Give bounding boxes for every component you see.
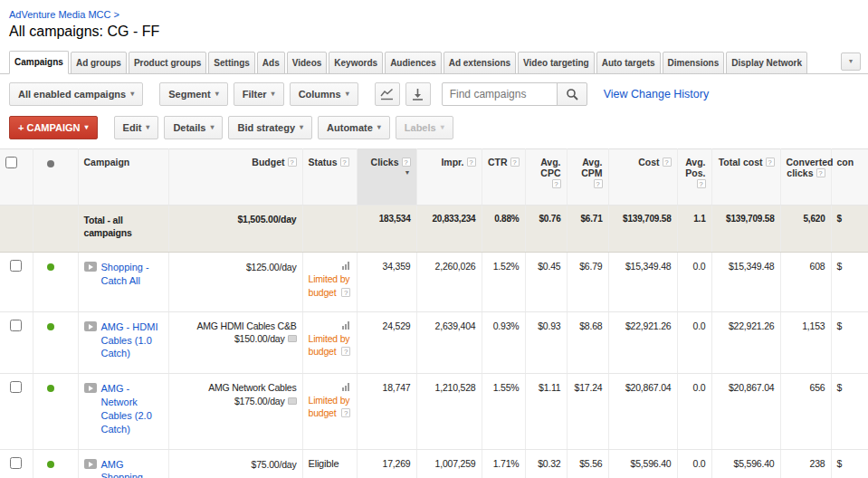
campaign-row: Shopping - Catch All$125.00/dayLimited b…	[0, 253, 868, 311]
view-change-history-link[interactable]: View Change History	[604, 88, 710, 100]
budget-cell: AMG Network Cables$175.00/day	[168, 374, 302, 449]
column-header-converted-clicks[interactable]: Converted clicks?	[780, 149, 831, 206]
column-header-budget[interactable]: Budget?	[168, 149, 302, 206]
enabled-status-dot[interactable]	[47, 385, 54, 392]
bid-strategy-button[interactable]: Bid strategy ▾	[228, 116, 312, 139]
column-header-ctr[interactable]: CTR?	[482, 149, 525, 206]
tab-ad-extensions[interactable]: Ad extensions	[444, 52, 516, 74]
budget-bar-chart-icon[interactable]	[342, 383, 349, 391]
chart-button[interactable]	[375, 82, 400, 106]
tab-display-network[interactable]: Display Network	[726, 52, 807, 74]
tab-auto-targets[interactable]: Auto targets	[596, 52, 661, 74]
campaign-link[interactable]: Shopping - Catch All	[101, 261, 163, 288]
new-campaign-label: + CAMPAIGN	[18, 122, 81, 133]
total-label: Total - all campaigns	[78, 206, 168, 253]
help-icon[interactable]: ?	[467, 158, 476, 167]
campaign-row: AMG - Network Cables (2.0 Catch)AMG Netw…	[0, 374, 868, 449]
tab-settings[interactable]: Settings	[208, 52, 254, 74]
column-header-impr[interactable]: Impr.?	[416, 149, 482, 206]
campaign-link[interactable]: AMG Shopping - TV Mounts	[101, 458, 163, 478]
metric-avg-cpm: $5.56	[567, 449, 608, 478]
tab-product-groups[interactable]: Product groups	[129, 52, 206, 74]
enabled-status-dot[interactable]	[47, 263, 54, 271]
help-icon[interactable]: ?	[341, 408, 350, 417]
campaign-link[interactable]: AMG - Network Cables (2.0 Catch)	[101, 382, 163, 435]
caret-down-icon: ▾	[146, 124, 149, 131]
total-ctr: 0.88%	[482, 206, 525, 253]
help-icon[interactable]: ?	[766, 158, 775, 167]
help-icon[interactable]: ?	[402, 158, 411, 167]
column-header-total-cost[interactable]: Total cost?	[711, 149, 780, 206]
column-header-campaign[interactable]: Campaign	[78, 149, 168, 206]
search-button[interactable]	[557, 82, 587, 106]
row-checkbox[interactable]	[10, 260, 22, 272]
metric-avg-pos: 0.0	[677, 253, 711, 311]
campaign-cell: AMG - HDMI Cables (1.0 Catch)	[78, 311, 168, 374]
metric-avg-cpc: $1.11	[525, 374, 567, 449]
tab-campaigns[interactable]: Campaigns	[9, 51, 69, 74]
tabs-overflow-button[interactable]: ▾	[841, 53, 861, 71]
column-label: CTR	[488, 157, 508, 167]
tab-audiences[interactable]: Audiences	[385, 52, 442, 74]
columns-button[interactable]: Columns ▾	[290, 82, 358, 106]
column-label: Avg. CPC	[540, 157, 560, 178]
metric-avg-pos: 0.0	[677, 374, 711, 449]
column-header-partial[interactable]: con	[831, 149, 868, 206]
help-icon[interactable]: ?	[697, 179, 706, 188]
total-status-cell	[302, 206, 357, 253]
metric-partial: $	[831, 311, 868, 374]
column-header-status[interactable]: Status?	[302, 149, 357, 206]
budget-bar-chart-icon[interactable]	[342, 321, 349, 330]
caret-down-icon: ▾	[130, 91, 134, 98]
select-all-checkbox[interactable]	[5, 157, 17, 168]
tab-video-targeting[interactable]: Video targeting	[518, 52, 595, 74]
campaign-link[interactable]: AMG - HDMI Cables (1.0 Catch)	[101, 320, 163, 361]
download-button[interactable]	[405, 82, 431, 106]
help-icon[interactable]: ?	[288, 158, 297, 167]
new-campaign-button[interactable]: + CAMPAIGN ▾	[9, 116, 98, 139]
serving-status-cell: Limited by budget ?	[302, 374, 357, 449]
tab-ads[interactable]: Ads	[257, 52, 285, 74]
row-checkbox[interactable]	[10, 381, 22, 393]
column-header-avg-pos[interactable]: Avg. Pos.?	[677, 149, 711, 206]
column-header-cost[interactable]: Cost?	[608, 149, 677, 206]
help-icon[interactable]: ?	[510, 158, 520, 167]
row-checkbox[interactable]	[10, 320, 22, 331]
labels-button[interactable]: Labels ▾	[396, 116, 453, 139]
campaign-type-icon	[84, 459, 97, 469]
enabled-campaigns-filter-button[interactable]: All enabled campaigns ▾	[9, 82, 143, 106]
download-icon	[411, 88, 424, 101]
sort-descending-icon[interactable]: ▼	[405, 169, 411, 176]
segment-button[interactable]: Segment ▾	[159, 82, 227, 106]
enabled-status-dot[interactable]	[47, 323, 54, 330]
tab-keywords[interactable]: Keywords	[329, 52, 383, 74]
budget-bar-chart-icon[interactable]	[342, 262, 349, 270]
shared-budget-icon	[288, 397, 297, 405]
metric-cost: $22,921.26	[608, 311, 677, 374]
column-header-avg-cpm[interactable]: Avg. CPM?	[567, 149, 608, 206]
filter-button[interactable]: Filter ▾	[234, 82, 284, 106]
metric-ctr: 1.52%	[482, 253, 525, 311]
column-header-avg-cpc[interactable]: Avg. CPC?	[525, 149, 567, 206]
help-icon[interactable]: ?	[663, 158, 672, 167]
tab-videos[interactable]: Videos	[287, 52, 328, 74]
help-icon[interactable]: ?	[341, 347, 350, 356]
tab-dimensions[interactable]: Dimensions	[663, 52, 725, 74]
edit-button[interactable]: Edit ▾	[114, 116, 159, 139]
breadcrumb[interactable]: AdVenture Media MCC >	[9, 9, 119, 20]
help-icon[interactable]: ?	[594, 179, 603, 188]
help-icon[interactable]: ?	[552, 179, 561, 188]
campaign-cell: AMG - Network Cables (2.0 Catch)	[78, 374, 168, 449]
automate-button[interactable]: Automate ▾	[318, 116, 390, 139]
enabled-status-dot[interactable]	[47, 461, 54, 468]
row-checkbox[interactable]	[10, 457, 22, 469]
help-icon[interactable]: ?	[340, 158, 349, 167]
details-button[interactable]: Details ▾	[164, 116, 223, 139]
help-icon[interactable]: ?	[341, 288, 350, 297]
search-input[interactable]	[442, 82, 558, 106]
column-header-clicks[interactable]: Clicks?▼	[357, 149, 416, 206]
metric-converted-clicks: 608	[780, 253, 831, 311]
help-icon[interactable]: ?	[816, 168, 825, 177]
tab-ad-groups[interactable]: Ad groups	[71, 52, 127, 74]
status-column-header[interactable]	[33, 149, 78, 206]
